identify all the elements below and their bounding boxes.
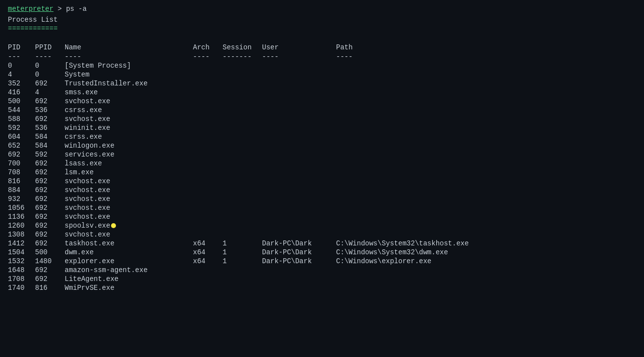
cell-name: svchost.exe xyxy=(65,212,193,221)
cell-session xyxy=(223,203,262,212)
highlight-dot xyxy=(111,223,116,228)
cell-user xyxy=(262,79,336,88)
cell-name: TrustedInstaller.exe xyxy=(65,79,193,88)
cell-name: amazon-ssm-agent.exe xyxy=(65,266,193,275)
cell-path xyxy=(336,195,636,203)
table-row: 1136692svchost.exe xyxy=(8,212,636,221)
cell-session xyxy=(223,221,262,230)
cell-path xyxy=(336,79,636,88)
header-arch: Arch xyxy=(193,43,223,52)
cell-name: svchost.exe xyxy=(65,177,193,186)
cell-path xyxy=(336,266,636,275)
table-row: 700692lsass.exe xyxy=(8,159,636,168)
table-row: 604584csrss.exe xyxy=(8,132,636,141)
cell-name: taskhost.exe xyxy=(65,239,193,248)
cell-name: wininit.exe xyxy=(65,123,193,132)
cell-path xyxy=(336,212,636,221)
dash-ppid: ---- xyxy=(35,52,65,61)
cell-arch xyxy=(193,97,223,106)
dash-name: ---- xyxy=(65,52,193,61)
cell-pid: 500 xyxy=(8,97,35,106)
table-row: 500692svchost.exe xyxy=(8,97,636,106)
cell-ppid: 4 xyxy=(35,88,65,97)
cell-ppid: 692 xyxy=(35,168,65,177)
cell-user xyxy=(262,115,336,123)
cell-path xyxy=(336,115,636,123)
dash-path: ---- xyxy=(336,52,636,61)
cell-path: C:\Windows\explorer.exe xyxy=(336,257,636,266)
cell-pid: 592 xyxy=(8,123,35,132)
cell-pid: 1504 xyxy=(8,248,35,257)
cell-pid: 932 xyxy=(8,195,35,203)
table-row: 692592services.exe xyxy=(8,150,636,159)
table-row: 884692svchost.exe xyxy=(8,186,636,195)
prompt-command: ps -a xyxy=(66,5,87,13)
cell-session xyxy=(223,275,262,283)
cell-pid: 1412 xyxy=(8,239,35,248)
cell-arch xyxy=(193,88,223,97)
cell-pid: 884 xyxy=(8,186,35,195)
cell-arch xyxy=(193,150,223,159)
cell-ppid: 500 xyxy=(35,248,65,257)
cell-name: svchost.exe xyxy=(65,195,193,203)
header-ppid: PPID xyxy=(35,43,65,52)
table-row: 1412692taskhost.exex641Dark-PC\DarkC:\Wi… xyxy=(8,239,636,248)
cell-session xyxy=(223,283,262,292)
cell-arch xyxy=(193,106,223,115)
cell-user xyxy=(262,177,336,186)
cell-path xyxy=(336,106,636,115)
cell-name: explorer.exe xyxy=(65,257,193,266)
cell-session xyxy=(223,266,262,275)
cell-path xyxy=(336,203,636,212)
cell-pid: 1648 xyxy=(8,266,35,275)
table-row: 588692svchost.exe xyxy=(8,115,636,123)
dash-arch: ---- xyxy=(193,52,223,61)
table-row: 708692lsm.exe xyxy=(8,168,636,177)
cell-session xyxy=(223,230,262,239)
cell-session xyxy=(223,79,262,88)
cell-ppid: 692 xyxy=(35,212,65,221)
cell-ppid: 584 xyxy=(35,132,65,141)
cell-session xyxy=(223,132,262,141)
cell-user: Dark-PC\Dark xyxy=(262,248,336,257)
cell-arch xyxy=(193,177,223,186)
table-row: 592536wininit.exe xyxy=(8,123,636,132)
cell-arch xyxy=(193,221,223,230)
table-row: 1648692amazon-ssm-agent.exe xyxy=(8,266,636,275)
cell-arch xyxy=(193,168,223,177)
cell-name: svchost.exe xyxy=(65,97,193,106)
cell-arch xyxy=(193,266,223,275)
cell-path xyxy=(336,186,636,195)
table-dash-row: --- ---- ---- ---- ------- ---- ---- xyxy=(8,52,636,61)
cell-path xyxy=(336,168,636,177)
cell-ppid: 0 xyxy=(35,61,65,70)
cell-user xyxy=(262,212,336,221)
cell-user xyxy=(262,195,336,203)
cell-path xyxy=(336,123,636,132)
cell-ppid: 692 xyxy=(35,266,65,275)
cell-pid: 588 xyxy=(8,115,35,123)
cell-user xyxy=(262,159,336,168)
cell-pid: 1708 xyxy=(8,275,35,283)
cell-path xyxy=(336,150,636,159)
cell-arch xyxy=(193,275,223,283)
cell-arch xyxy=(193,61,223,70)
cell-arch xyxy=(193,132,223,141)
cell-user xyxy=(262,186,336,195)
cell-pid: 1056 xyxy=(8,203,35,212)
cell-ppid: 692 xyxy=(35,275,65,283)
cell-arch xyxy=(193,283,223,292)
cell-path xyxy=(336,132,636,141)
section-title: Process List xyxy=(8,16,636,24)
table-row: 1504500dwm.exex641Dark-PC\DarkC:\Windows… xyxy=(8,248,636,257)
cell-ppid: 692 xyxy=(35,195,65,203)
cell-path xyxy=(336,230,636,239)
cell-pid: 692 xyxy=(8,150,35,159)
cell-path: C:\Windows\System32\dwm.exe xyxy=(336,248,636,257)
cell-arch: x64 xyxy=(193,239,223,248)
cell-user xyxy=(262,203,336,212)
cell-name: spoolsv.exe xyxy=(65,221,193,230)
header-user: User xyxy=(262,43,336,52)
cell-pid: 700 xyxy=(8,159,35,168)
prompt-meterpreter[interactable]: meterpreter xyxy=(8,5,53,13)
